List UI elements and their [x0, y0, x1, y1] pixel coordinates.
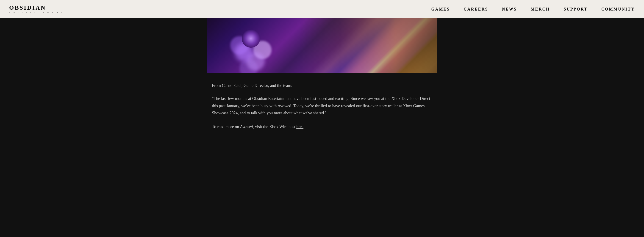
nav-careers[interactable]: CAREERS — [464, 7, 488, 12]
site-header: OBSIDIAN e n t e r t a i n m e n t GAMES… — [0, 0, 644, 18]
main-content: From Carrie Patel, Game Director, and th… — [0, 73, 644, 140]
cta-game: Avowed — [240, 124, 253, 129]
article-attribution: From Carrie Patel, Game Director, and th… — [212, 82, 432, 89]
cta-link[interactable]: here — [296, 124, 304, 129]
nav-support[interactable]: SUPPORT — [564, 7, 588, 12]
nav-merch[interactable]: MERCH — [531, 7, 550, 12]
logo-sub: e n t e r t a i n m e n t — [9, 11, 63, 14]
article-body: "The last few months at Obsidian Enterta… — [212, 95, 432, 117]
content-inner: From Carrie Patel, Game Director, and th… — [207, 82, 437, 130]
logo[interactable]: OBSIDIAN e n t e r t a i n m e n t — [9, 5, 63, 14]
hero-image-container — [207, 18, 437, 73]
cta-end: . — [304, 124, 304, 129]
main-nav: GAMES CAREERS NEWS MERCH SUPPORT COMMUNI… — [432, 7, 635, 12]
nav-games[interactable]: GAMES — [432, 7, 450, 12]
hero-image — [207, 18, 437, 73]
logo-wordmark: OBSIDIAN — [9, 5, 46, 11]
cta-prefix: To read more on — [212, 124, 240, 129]
nav-community[interactable]: COMMUNITY — [601, 7, 635, 12]
nav-news[interactable]: NEWS — [502, 7, 517, 12]
cta-suffix: , visit the Xbox Wire post — [253, 124, 296, 129]
article-cta: To read more on Avowed, visit the Xbox W… — [212, 123, 432, 131]
